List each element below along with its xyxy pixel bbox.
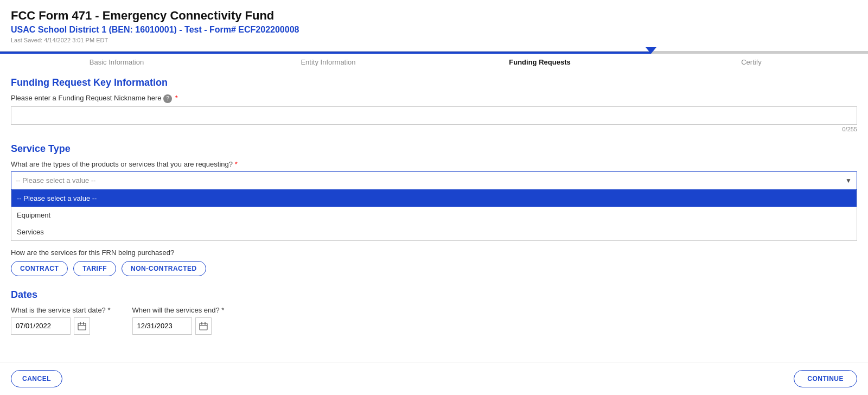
- page-title: FCC Form 471 - Emergency Connectivity Fu…: [11, 9, 857, 23]
- calendar-icon: [199, 322, 208, 330]
- footer: CANCEL CONTINUE: [0, 362, 868, 395]
- end-date-field: When will the services end? *: [132, 306, 225, 335]
- dates-title: Dates: [11, 289, 857, 301]
- dropdown-item-services[interactable]: Services: [11, 224, 857, 240]
- tariff-button[interactable]: TARIFF: [73, 261, 116, 276]
- required-indicator: *: [175, 94, 178, 102]
- service-type-dropdown-wrapper: -- Please select a value -- Equipment Se…: [11, 171, 857, 190]
- service-type-required: *: [235, 160, 238, 168]
- step-entity-information: Entity Information: [222, 58, 434, 66]
- calendar-icon: [78, 322, 86, 330]
- continue-button[interactable]: CONTINUE: [794, 370, 857, 387]
- purchase-button-group: CONTRACT TARIFF NON-CONTRACTED: [11, 261, 857, 276]
- nickname-counter: 0/255: [11, 126, 857, 132]
- start-date-label: What is the service start date? *: [11, 306, 111, 314]
- service-type-question: What are the types of the products or se…: [11, 160, 857, 168]
- dropdown-list: -- Please select a value -- Equipment Se…: [11, 190, 857, 241]
- dates-row: What is the service start date? *: [11, 306, 857, 335]
- service-type-divider: Service Type What are the types of the p…: [11, 143, 857, 276]
- purchase-question: How are the services for this FRN being …: [11, 249, 857, 257]
- end-date-input[interactable]: [132, 317, 192, 335]
- start-date-input-wrapper: [11, 317, 111, 335]
- start-date-calendar-button[interactable]: [74, 317, 90, 335]
- start-date-input[interactable]: [11, 317, 71, 335]
- start-date-required: *: [107, 306, 110, 314]
- svg-rect-4: [200, 323, 207, 330]
- funding-request-section-title: Funding Request Key Information: [11, 77, 857, 88]
- non-contracted-button[interactable]: NON-CONTRACTED: [122, 261, 206, 276]
- nickname-input[interactable]: [11, 106, 857, 125]
- form-subtitle: USAC School District 1 (BEN: 16010001) -…: [11, 25, 857, 35]
- end-date-input-wrapper: [132, 317, 225, 335]
- service-type-title: Service Type: [11, 143, 857, 155]
- step-funding-requests: Funding Requests: [434, 58, 646, 66]
- header: FCC Form 471 - Emergency Connectivity Fu…: [0, 0, 868, 46]
- main-content: Funding Request Key Information Please e…: [0, 66, 868, 362]
- end-date-calendar-button[interactable]: [195, 317, 212, 335]
- step-basic-information: Basic Information: [11, 58, 222, 66]
- stepper-line: [0, 52, 868, 54]
- dropdown-item-placeholder[interactable]: -- Please select a value --: [11, 190, 857, 207]
- stepper-bar: Basic Information Entity Information Fun…: [0, 51, 868, 66]
- end-date-required: *: [221, 306, 224, 314]
- last-saved-text: Last Saved: 4/14/2022 3:01 PM EDT: [11, 37, 857, 43]
- start-date-field: What is the service start date? *: [11, 306, 111, 335]
- nickname-label: Please enter a Funding Request Nickname …: [11, 94, 857, 103]
- help-icon[interactable]: ?: [163, 94, 172, 103]
- service-type-select[interactable]: -- Please select a value -- Equipment Se…: [11, 171, 857, 190]
- dropdown-item-equipment[interactable]: Equipment: [11, 207, 857, 224]
- contract-button[interactable]: CONTRACT: [11, 261, 68, 276]
- svg-rect-0: [78, 323, 86, 330]
- end-date-label: When will the services end? *: [132, 306, 225, 314]
- stepper-labels: Basic Information Entity Information Fun…: [0, 54, 868, 66]
- cancel-button[interactable]: CANCEL: [11, 370, 62, 387]
- page-wrapper: FCC Form 471 - Emergency Connectivity Fu…: [0, 0, 868, 395]
- step-certify: Certify: [646, 58, 857, 66]
- stepper-fill: [0, 52, 651, 54]
- stepper-arrow: [646, 47, 656, 54]
- dates-section: Dates What is the service start date? *: [11, 289, 857, 335]
